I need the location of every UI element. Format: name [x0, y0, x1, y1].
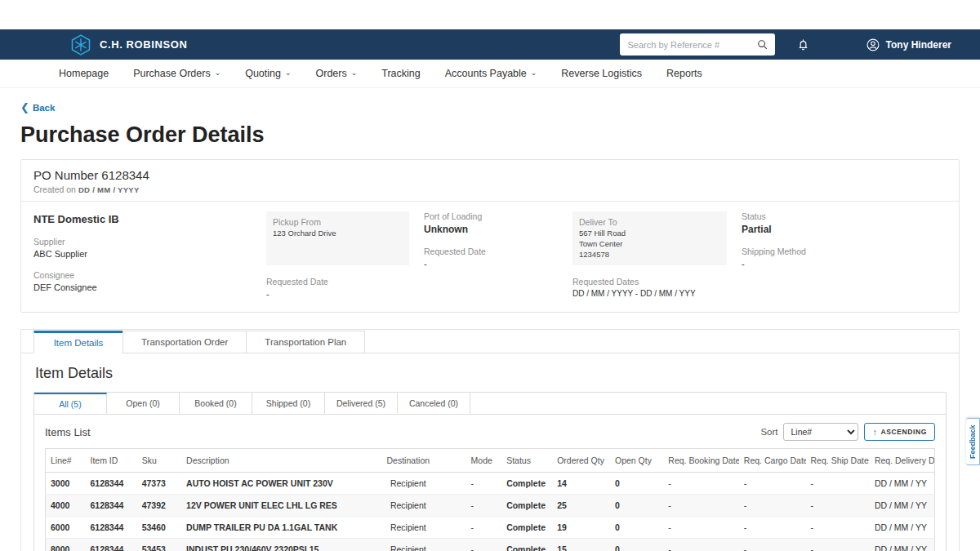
bell-icon[interactable]	[796, 38, 810, 51]
tab-item-details[interactable]: Item Details	[33, 331, 123, 353]
table-cell: 0	[610, 517, 663, 539]
table-header-row: Line#Item IDSkuDescriptionDestinationMod…	[46, 449, 935, 473]
filter-tab-booked-0[interactable]: Booked (0)	[180, 393, 252, 414]
table-cell: 6128344	[86, 539, 137, 551]
page-title: Purchase Order Details	[20, 122, 960, 148]
table-cell: 12V POWER UNIT ELEC LHL LG RES	[181, 495, 350, 517]
chevron-down-icon: ⌄	[215, 69, 221, 77]
search-icon[interactable]	[757, 39, 768, 51]
nav-item-homepage[interactable]: Homepage	[59, 68, 109, 79]
table-cell: -	[739, 473, 806, 495]
table-cell: 0	[610, 495, 663, 517]
deliver-label: Deliver To	[579, 217, 720, 227]
pickup-address: 123 Orchard Drive	[273, 229, 403, 239]
shipping-method-label: Shipping Method	[742, 247, 932, 256]
table-cell: -	[806, 539, 870, 551]
nav-item-label: Accounts Payable	[445, 68, 527, 79]
back-link[interactable]: ❮ Back	[20, 102, 55, 113]
table-cell: 6128344	[86, 495, 137, 517]
column-header: Req. Booking Date	[663, 449, 739, 473]
deliver-address-box: Deliver To 567 Hill Road Town Center 123…	[572, 211, 727, 265]
po-summary-head: PO Number 6128344 Created on DD / MM / Y…	[21, 160, 959, 202]
filter-tab-all-5[interactable]: All (5)	[34, 393, 107, 414]
table-row[interactable]: 400061283444739212V POWER UNIT ELEC LHL …	[46, 495, 935, 517]
nav-item-label: Homepage	[59, 68, 109, 79]
nav-item-orders[interactable]: Orders⌄	[316, 68, 358, 79]
table-cell: 8000	[46, 539, 86, 551]
table-cell: DUMP TRAILER PU DA 1.1GAL TANK	[181, 517, 350, 539]
table-cell: -	[466, 539, 502, 551]
table-cell: Complete	[501, 473, 552, 495]
filter-tab-open-0[interactable]: Open (0)	[107, 393, 180, 414]
arrow-up-icon: ↑	[872, 427, 877, 437]
status-label: Status	[742, 211, 932, 221]
table-cell: 0	[610, 473, 663, 495]
ascending-sort-button[interactable]: ↑ ASCENDING	[864, 423, 935, 441]
items-panel-inner: Items List Sort Line# ↑ ASCENDING	[34, 415, 946, 551]
user-icon	[866, 38, 880, 52]
nav-item-label: Tracking	[381, 68, 420, 79]
table-cell: Complete	[501, 539, 552, 551]
items-list-title: Items List	[45, 426, 91, 438]
sort-label: Sort	[760, 427, 777, 437]
port-column: Port of Loading Unknown Requested Date -	[424, 211, 572, 299]
table-cell: 6000	[46, 517, 86, 539]
table-row[interactable]: 6000612834453460DUMP TRAILER PU DA 1.1GA…	[46, 517, 935, 539]
table-cell: 15	[552, 539, 610, 551]
nav-item-purchase-orders[interactable]: Purchase Orders⌄	[133, 68, 220, 79]
column-header: Status	[501, 449, 552, 473]
sort-select[interactable]: Line#	[783, 423, 858, 441]
nav-item-reports[interactable]: Reports	[666, 68, 702, 79]
nav-item-quoting[interactable]: Quoting⌄	[245, 68, 291, 79]
apps-grid-icon[interactable]	[831, 38, 844, 51]
table-cell: 53453	[137, 539, 181, 551]
filter-tab-canceled-0[interactable]: Canceled (0)	[398, 393, 470, 414]
table-cell: -	[806, 473, 870, 495]
table-cell: -	[806, 495, 870, 517]
items-list-header: Items List Sort Line# ↑ ASCENDING	[45, 423, 935, 441]
nav-item-accounts-payable[interactable]: Accounts Payable⌄	[445, 68, 537, 79]
table-cell: 47392	[137, 495, 181, 517]
feedback-button[interactable]: Feedback	[966, 418, 980, 465]
consignee-label: Consignee	[33, 270, 252, 280]
deliver-address-2: Town Center	[579, 239, 720, 250]
search-input[interactable]	[628, 40, 757, 50]
main-nav: HomepagePurchase Orders⌄Quoting⌄Orders⌄T…	[0, 60, 980, 88]
po-number: PO Number 6128344	[33, 168, 947, 182]
table-cell: DD / MM / YY	[870, 495, 935, 517]
pickup-column: Pickup From 123 Orchard Drive Requested …	[266, 211, 424, 299]
deliver-requested-label: Requested Dates	[572, 277, 727, 287]
sort-controls: Sort Line# ↑ ASCENDING	[760, 423, 935, 441]
table-row[interactable]: 3000612834447373AUTO HOIST AC POWER UNIT…	[46, 473, 935, 495]
supplier-value: ABC Supplier	[33, 249, 252, 259]
tab-transportation-order[interactable]: Transportation Order	[122, 331, 247, 353]
column-header: Mode	[466, 449, 502, 473]
brand[interactable]: C.H. ROBINSON	[69, 33, 187, 56]
pickup-address-box: Pickup From 123 Orchard Drive	[266, 211, 409, 265]
table-cell: 6128344	[86, 517, 137, 539]
search-box[interactable]	[620, 33, 775, 56]
nav-item-label: Reports	[666, 68, 702, 79]
created-label: Created on	[33, 184, 76, 194]
table-cell: 25	[552, 495, 610, 517]
table-cell: 19	[552, 517, 610, 539]
table-cell: 53460	[137, 517, 181, 539]
nav-item-tracking[interactable]: Tracking	[381, 68, 420, 79]
tab-transportation-plan[interactable]: Transportation Plan	[246, 331, 365, 353]
chevron-down-icon: ⌄	[285, 69, 292, 77]
table-cell: Recipient	[350, 495, 466, 517]
user-menu[interactable]: Tony Hinderer	[866, 38, 951, 52]
pickup-label: Pickup From	[273, 217, 403, 227]
filter-tab-shipped-0[interactable]: Shipped (0)	[252, 393, 325, 414]
column-header: Destination	[350, 449, 466, 473]
brand-name: C.H. ROBINSON	[100, 38, 187, 51]
consignee-value: DEF Consignee	[33, 282, 252, 292]
nav-item-reverse-logistics[interactable]: Reverse Logistics	[561, 68, 642, 79]
app-header: C.H. ROBINSON Tony Hinderer	[0, 29, 980, 60]
table-row[interactable]: 8000612834453453INDUST PU 230/460V 2320P…	[46, 539, 935, 551]
table-cell: -	[466, 517, 502, 539]
filter-tab-delivered-5[interactable]: Delivered (5)	[325, 393, 398, 414]
table-cell: 6128344	[86, 473, 137, 495]
column-header: Req. Ship Date	[806, 449, 870, 473]
po-summary-card: PO Number 6128344 Created on DD / MM / Y…	[20, 159, 960, 313]
